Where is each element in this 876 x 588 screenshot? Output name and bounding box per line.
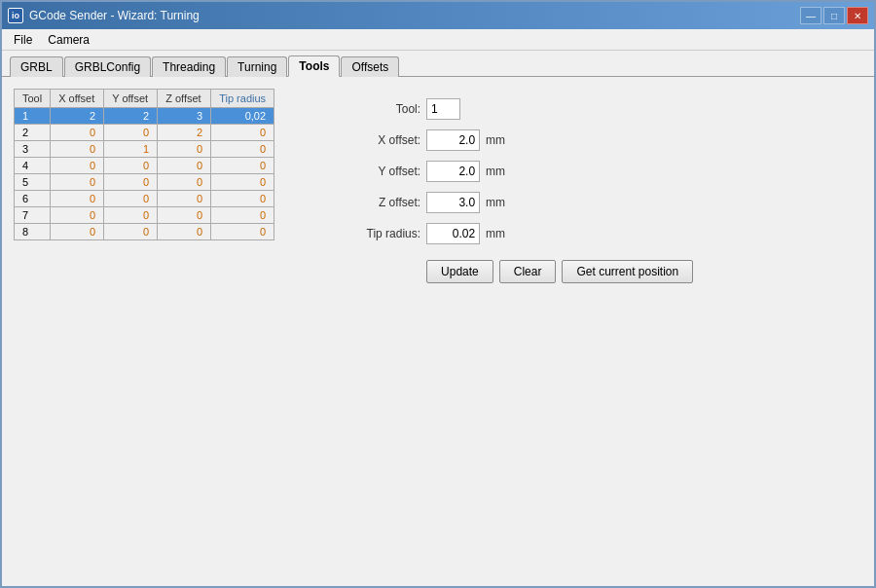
z-label: Z offset: (352, 196, 420, 209)
table-row[interactable]: 20020 (15, 125, 274, 141)
cell-z: 0 (158, 191, 211, 207)
z-input[interactable] (426, 192, 480, 213)
cell-x: 0 (51, 125, 104, 141)
cell-x: 0 (51, 224, 104, 240)
cell-y: 0 (104, 174, 158, 191)
cell-tip: 0 (211, 125, 274, 141)
col-header-x: X offset (51, 90, 104, 108)
tab-turning[interactable]: Turning (227, 56, 287, 77)
cell-y: 0 (104, 207, 158, 224)
cell-y: 2 (104, 108, 158, 125)
table-row[interactable]: 60000 (15, 191, 274, 207)
tools-table-section: Tool X offset Y offset Z offset Tip radi… (14, 89, 274, 574)
tip-field-row: Tip radius: mm (352, 223, 862, 244)
tab-grblconfig[interactable]: GRBLConfig (64, 56, 151, 77)
maximize-button[interactable]: □ (823, 7, 845, 24)
col-header-tip: Tip radius (211, 90, 274, 108)
tools-table: Tool X offset Y offset Z offset Tip radi… (14, 89, 274, 240)
cell-tip: 0 (211, 207, 274, 224)
tool-input[interactable] (426, 98, 460, 120)
cell-tip: 0 (211, 224, 274, 240)
update-button[interactable]: Update (426, 260, 493, 283)
tab-offsets[interactable]: Offsets (341, 56, 399, 77)
menu-camera[interactable]: Camera (40, 31, 97, 49)
col-header-z: Z offset (158, 90, 211, 108)
cell-x: 2 (51, 108, 104, 125)
cell-z: 3 (158, 108, 211, 125)
minimize-button[interactable]: — (800, 7, 821, 24)
tab-threading[interactable]: Threading (152, 56, 226, 77)
table-row[interactable]: 50000 (15, 174, 274, 191)
app-icon: io (8, 8, 23, 23)
cell-tool: 7 (15, 207, 51, 224)
window-controls: — □ ✕ (800, 7, 868, 24)
x-unit: mm (486, 133, 505, 147)
cell-tool: 8 (15, 224, 51, 240)
title-bar-left: io GCode Sender - Wizard: Turning (8, 8, 200, 23)
cell-x: 0 (51, 207, 104, 224)
cell-tip: 0 (211, 141, 274, 158)
cell-tip: 0 (211, 174, 274, 191)
tab-tools[interactable]: Tools (288, 55, 340, 77)
menu-file[interactable]: File (6, 31, 40, 49)
right-panel: Tool: X offset: mm Y offset: mm Z offset… (294, 89, 862, 574)
cell-tip: 0 (211, 191, 274, 207)
table-row[interactable]: 80000 (15, 224, 274, 240)
cell-tool: 4 (15, 158, 51, 174)
cell-y: 0 (104, 191, 158, 207)
close-button[interactable]: ✕ (847, 7, 868, 24)
cell-x: 0 (51, 191, 104, 207)
tool-field-row: Tool: (352, 98, 862, 120)
menu-bar: File Camera (2, 29, 874, 51)
cell-tip: 0 (211, 158, 274, 174)
x-label: X offset: (352, 133, 420, 147)
cell-z: 0 (158, 207, 211, 224)
cell-x: 0 (51, 174, 104, 191)
z-unit: mm (486, 196, 505, 209)
cell-z: 0 (158, 224, 211, 240)
cell-z: 2 (158, 125, 211, 141)
get-position-button[interactable]: Get current position (562, 260, 693, 283)
cell-tool: 6 (15, 191, 51, 207)
table-row[interactable]: 40000 (15, 158, 274, 174)
col-header-y: Y offset (104, 90, 158, 108)
cell-x: 0 (51, 141, 104, 158)
y-input[interactable] (426, 161, 480, 182)
tabs-bar: GRBL GRBLConfig Threading Turning Tools … (2, 51, 874, 77)
table-header-row: Tool X offset Y offset Z offset Tip radi… (15, 90, 274, 108)
cell-tool: 2 (15, 125, 51, 141)
clear-button[interactable]: Clear (499, 260, 557, 283)
cell-z: 0 (158, 174, 211, 191)
table-row[interactable]: 70000 (15, 207, 274, 224)
window-title: GCode Sender - Wizard: Turning (29, 9, 200, 22)
table-row[interactable]: 12230,02 (15, 108, 274, 125)
cell-y: 0 (104, 158, 158, 174)
cell-tool: 5 (15, 174, 51, 191)
x-field-row: X offset: mm (352, 129, 862, 151)
tool-label: Tool: (352, 102, 420, 116)
action-buttons: Update Clear Get current position (352, 260, 862, 283)
y-field-row: Y offset: mm (352, 161, 862, 182)
main-window: io GCode Sender - Wizard: Turning — □ ✕ … (0, 0, 876, 588)
cell-z: 0 (158, 141, 211, 158)
x-input[interactable] (426, 129, 480, 151)
col-header-tool: Tool (15, 90, 51, 108)
table-row[interactable]: 30100 (15, 141, 274, 158)
title-bar: io GCode Sender - Wizard: Turning — □ ✕ (2, 2, 874, 29)
cell-tool: 1 (15, 108, 51, 125)
cell-y: 1 (104, 141, 158, 158)
tip-label: Tip radius: (352, 227, 420, 240)
y-unit: mm (486, 165, 505, 178)
tip-unit: mm (486, 227, 505, 240)
cell-y: 0 (104, 125, 158, 141)
tip-input[interactable] (426, 223, 480, 244)
cell-y: 0 (104, 224, 158, 240)
cell-tip: 0,02 (211, 108, 274, 125)
cell-z: 0 (158, 158, 211, 174)
z-field-row: Z offset: mm (352, 192, 862, 213)
cell-x: 0 (51, 158, 104, 174)
cell-tool: 3 (15, 141, 51, 158)
content-area: Tool X offset Y offset Z offset Tip radi… (2, 77, 874, 586)
tab-grbl[interactable]: GRBL (10, 56, 63, 77)
y-label: Y offset: (352, 165, 420, 178)
